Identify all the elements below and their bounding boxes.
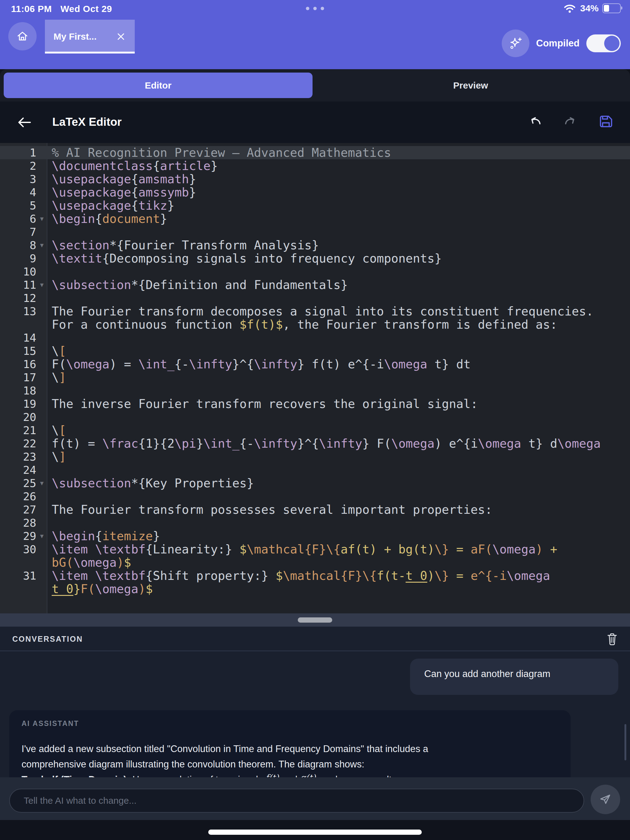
code-text[interactable]: \item \textbf{Shift property:} $\mathcal… [47, 569, 605, 595]
code-line[interactable]: 10 [0, 265, 630, 278]
panel-resize-handle[interactable] [0, 613, 630, 627]
fold-spacer [36, 358, 47, 371]
code-line[interactable]: 20 [0, 411, 630, 424]
code-text[interactable] [47, 225, 605, 238]
redo-button[interactable] [562, 114, 578, 129]
compiled-toggle[interactable] [586, 35, 621, 52]
code-text[interactable] [47, 490, 605, 503]
code-text[interactable]: \[ [47, 344, 605, 358]
code-text[interactable] [47, 384, 605, 397]
code-text[interactable]: \usepackage{amsmath} [47, 172, 605, 186]
multitask-dots-icon[interactable] [306, 7, 324, 10]
tab-close-icon[interactable] [116, 32, 126, 42]
code-text[interactable] [47, 292, 605, 305]
home-button[interactable] [8, 22, 36, 51]
code-text[interactable]: \item \textbf{Linearity:} $\mathcal{F}\{… [47, 543, 605, 569]
fold-spacer [36, 384, 47, 397]
code-line[interactable]: 29▾\begin{itemize} [0, 529, 630, 543]
code-line[interactable]: 18 [0, 384, 630, 397]
code-line[interactable]: 31\item \textbf{Shift property:} $\mathc… [0, 569, 630, 595]
document-tab[interactable]: My First... [45, 20, 135, 54]
code-line[interactable]: 13The Fourier transform decomposes a sig… [0, 305, 630, 331]
save-button[interactable] [597, 113, 614, 130]
fold-icon[interactable]: ▾ [36, 529, 47, 543]
code-line[interactable]: 16F(\omega) = \int_{-\infty}^{\infty} f(… [0, 358, 630, 371]
code-line[interactable]: 4\usepackage{amssymb} [0, 186, 630, 199]
status-bar: 11:06 PMWed Oct 29 34% [0, 0, 630, 17]
code-line[interactable]: 6▾\begin{document} [0, 212, 630, 225]
back-button[interactable] [15, 112, 35, 132]
code-text[interactable] [47, 411, 605, 424]
code-text[interactable]: \subsection*{Key Properties} [47, 477, 605, 490]
code-line[interactable]: 8▾\section*{Fourier Transform Analysis} [0, 238, 630, 252]
code-line[interactable]: 3\usepackage{amsmath} [0, 172, 630, 186]
code-text[interactable] [47, 331, 605, 344]
code-text[interactable]: \section*{Fourier Transform Analysis} [47, 238, 605, 252]
code-editor[interactable]: 1% AI Recognition Preview — Advanced Mat… [0, 143, 630, 613]
home-indicator[interactable] [208, 829, 422, 835]
code-line[interactable]: 1% AI Recognition Preview — Advanced Mat… [0, 146, 630, 159]
code-text[interactable]: \begin{document} [47, 212, 605, 225]
code-line[interactable]: 26 [0, 490, 630, 503]
gutter: 24 [0, 463, 47, 477]
code-text[interactable]: \subsection*{Definition and Fundamentals… [47, 278, 605, 292]
code-text[interactable]: \documentclass{article} [47, 159, 605, 172]
conversation-panel[interactable]: Can you add another diagram AI ASSISTANT… [0, 651, 630, 777]
line-number: 3 [0, 172, 36, 186]
code-line[interactable]: 11▾\subsection*{Definition and Fundament… [0, 278, 630, 292]
code-line[interactable]: 21\[ [0, 424, 630, 437]
compile-sparkle-button[interactable] [502, 30, 529, 57]
fold-icon[interactable]: ▾ [36, 477, 47, 490]
line-number: 31 [0, 569, 36, 595]
tab-preview[interactable]: Preview [315, 73, 626, 98]
line-number: 24 [0, 463, 36, 477]
code-text[interactable]: f(t) = \frac{1}{2\pi}\int_{-\infty}^{\in… [47, 437, 605, 450]
code-text[interactable]: \begin{itemize} [47, 529, 605, 543]
tab-editor[interactable]: Editor [4, 73, 313, 98]
gutter: 17 [0, 371, 47, 384]
fold-icon[interactable]: ▾ [36, 212, 47, 225]
code-line[interactable]: 9\textit{Decomposing signals into freque… [0, 252, 630, 265]
message-input[interactable] [9, 789, 584, 813]
code-line[interactable]: 27The Fourier transform possesses severa… [0, 503, 630, 516]
code-text[interactable]: \] [47, 371, 605, 384]
code-text[interactable]: The inverse Fourier transform recovers t… [47, 397, 605, 411]
undo-button[interactable] [527, 114, 543, 129]
code-text[interactable] [47, 463, 605, 477]
code-line[interactable]: 15\[ [0, 344, 630, 358]
fold-icon[interactable]: ▾ [36, 278, 47, 292]
send-button[interactable] [590, 785, 620, 814]
code-line[interactable]: 24 [0, 463, 630, 477]
line-number: 23 [0, 450, 36, 463]
code-line[interactable]: 25▾\subsection*{Key Properties} [0, 477, 630, 490]
code-line[interactable]: 28 [0, 516, 630, 529]
code-text[interactable]: \usepackage{amssymb} [47, 186, 605, 199]
chat-input-bar [0, 777, 630, 820]
code-text[interactable]: The Fourier transform possesses several … [47, 503, 605, 516]
code-text[interactable]: F(\omega) = \int_{-\infty}^{\infty} f(t)… [47, 358, 605, 371]
undo-icon [527, 114, 543, 129]
code-line[interactable]: 12 [0, 292, 630, 305]
code-text[interactable]: \usepackage{tikz} [47, 199, 605, 212]
code-line[interactable]: 14 [0, 331, 630, 344]
code-line[interactable]: 5\usepackage{tikz} [0, 199, 630, 212]
code-line[interactable]: 7 [0, 225, 630, 238]
code-line[interactable]: 19The inverse Fourier transform recovers… [0, 397, 630, 411]
code-line[interactable]: 22f(t) = \frac{1}{2\pi}\int_{-\infty}^{\… [0, 437, 630, 450]
code-text[interactable] [47, 516, 605, 529]
code-text[interactable]: \textit{Decomposing signals into frequen… [47, 252, 605, 265]
fold-icon[interactable]: ▾ [36, 238, 47, 252]
code-line[interactable]: 17\] [0, 371, 630, 384]
code-line[interactable]: 23\] [0, 450, 630, 463]
code-text[interactable]: \] [47, 450, 605, 463]
code-text[interactable]: \[ [47, 424, 605, 437]
code-line[interactable]: 2\documentclass{article} [0, 159, 630, 172]
battery-icon [602, 3, 621, 13]
code-line[interactable]: 30\item \textbf{Linearity:} $\mathcal{F}… [0, 543, 630, 569]
code-text[interactable] [47, 265, 605, 278]
delete-conversation-button[interactable] [605, 632, 619, 646]
code-text[interactable]: The Fourier transform decomposes a signa… [47, 305, 605, 331]
drag-handle-pill[interactable] [298, 617, 332, 623]
code-text[interactable]: % AI Recognition Preview — Advanced Math… [47, 146, 605, 159]
chat-scrollbar[interactable] [624, 724, 626, 760]
